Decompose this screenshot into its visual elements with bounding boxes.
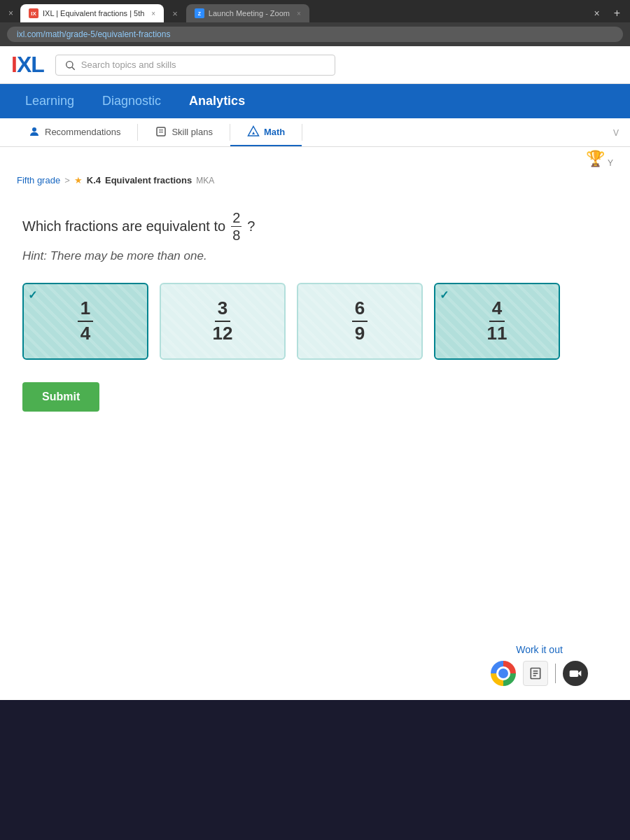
skill-plans-icon xyxy=(155,125,167,138)
camera-svg xyxy=(568,666,582,680)
check-mark-4: ✓ xyxy=(440,288,449,302)
trophy-row: 🏆 Y xyxy=(0,147,630,168)
answer-3-denominator: 9 xyxy=(352,322,368,346)
zoom-tab-close[interactable]: × xyxy=(297,10,301,18)
answer-card-4[interactable]: ✓ 4 11 xyxy=(434,283,560,360)
ixl-logo-xl: XL xyxy=(17,52,44,78)
answer-4-denominator: 11 xyxy=(484,322,510,346)
ixl-favicon: IX xyxy=(29,8,38,18)
sub-nav-math[interactable]: ▲ Math xyxy=(230,118,302,146)
answer-3-numerator: 6 xyxy=(352,297,368,322)
trophy-label: Y xyxy=(605,158,613,168)
work-icons-row xyxy=(491,661,588,686)
fraction-display-1: 1 4 xyxy=(78,297,93,346)
zoom-tab-label: Launch Meeting - Zoom xyxy=(209,9,290,18)
svg-rect-12 xyxy=(570,671,579,677)
browser-close-btn[interactable]: × xyxy=(4,7,18,20)
svg-point-0 xyxy=(66,61,72,67)
question-text: Which fractions are equivalent to 2 8 ? xyxy=(22,209,608,244)
work-it-out-section: Work it out xyxy=(491,644,588,686)
work-icons-divider xyxy=(555,664,556,683)
address-bar-row: ixl.com/math/grade-5/equivalent-fraction… xyxy=(0,22,630,46)
breadcrumb-grade[interactable]: Fifth grade xyxy=(17,175,60,186)
svg-rect-3 xyxy=(157,127,165,136)
notes-icon[interactable] xyxy=(523,661,548,686)
submit-button[interactable]: Submit xyxy=(22,382,99,412)
breadcrumb-star: ★ xyxy=(74,175,83,186)
fraction-display-3: 6 9 xyxy=(352,297,368,346)
breadcrumb-tag: MKA xyxy=(196,176,214,186)
tab-separator-x: × xyxy=(167,6,183,22)
question-text-before: Which fractions are equivalent to xyxy=(22,218,225,234)
breadcrumb-separator: > xyxy=(64,175,70,186)
svg-point-2 xyxy=(32,127,36,132)
answer-card-1[interactable]: ✓ 1 4 xyxy=(22,283,148,360)
work-it-out-label[interactable]: Work it out xyxy=(516,644,563,655)
fraction-display-4: 4 11 xyxy=(484,297,510,346)
question-fraction: 2 8 xyxy=(231,209,241,244)
hint-text: Hint: There may be more than one. xyxy=(22,249,608,263)
nav-tabs: Learning Diagnostic Analytics xyxy=(0,84,630,118)
svg-marker-13 xyxy=(578,671,581,676)
fraction-display-2: 3 12 xyxy=(210,297,236,346)
tab-bar: × IX IXL | Equivalent fractions | 5th × … xyxy=(0,0,630,22)
search-bar[interactable]: Search topics and skills xyxy=(55,55,335,76)
sub-nav-skill-plans[interactable]: Skill plans xyxy=(138,118,230,146)
chrome-icon[interactable] xyxy=(491,661,516,686)
breadcrumb: Fifth grade > ★ K.4 Equivalent fractions… xyxy=(0,168,630,192)
address-bar[interactable]: ixl.com/math/grade-5/equivalent-fraction… xyxy=(7,27,623,42)
svg-text:▲: ▲ xyxy=(251,130,256,135)
notes-svg xyxy=(528,666,542,680)
question-fraction-numerator: 2 xyxy=(231,209,241,227)
breadcrumb-skill-name: Equivalent fractions xyxy=(105,175,192,186)
sub-nav-recommendations[interactable]: Recommendations xyxy=(11,118,137,146)
camera-icon[interactable] xyxy=(563,661,588,686)
nav-tab-learning[interactable]: Learning xyxy=(11,84,88,118)
answer-card-2[interactable]: 3 12 xyxy=(160,283,286,360)
zoom-tab[interactable]: Z Launch Meeting - Zoom × xyxy=(186,4,309,22)
ixl-logo: IXL xyxy=(11,52,44,78)
address-text: ixl.com/math/grade-5/equivalent-fraction… xyxy=(17,29,170,39)
search-placeholder: Search topics and skills xyxy=(81,59,176,70)
new-tab-button[interactable]: + xyxy=(608,4,626,22)
trophy-icon: 🏆 xyxy=(586,150,605,168)
browser-chrome: × IX IXL | Equivalent fractions | 5th × … xyxy=(0,0,630,46)
ixl-logo-i: I xyxy=(11,52,17,78)
question-text-after: ? xyxy=(247,218,255,234)
sub-nav-more[interactable]: V xyxy=(613,128,619,138)
answer-card-3[interactable]: 6 9 xyxy=(297,283,423,360)
sub-nav-skill-plans-label: Skill plans xyxy=(172,127,213,137)
sub-nav-recommendations-label: Recommendations xyxy=(45,127,120,137)
search-icon xyxy=(64,59,76,71)
ixl-tab[interactable]: IX IXL | Equivalent fractions | 5th × xyxy=(20,4,164,22)
math-icon: ▲ xyxy=(247,125,260,138)
taskbar xyxy=(0,700,630,840)
answer-2-denominator: 12 xyxy=(210,322,236,346)
sub-nav-divider-3 xyxy=(302,124,302,141)
answer-1-numerator: 1 xyxy=(78,297,93,322)
answer-choices: ✓ 1 4 3 12 6 9 ✓ xyxy=(22,283,608,360)
question-area: Which fractions are equivalent to 2 8 ? … xyxy=(0,192,630,451)
ixl-tab-label: IXL | Equivalent fractions | 5th xyxy=(43,9,144,18)
ixl-tab-close[interactable]: × xyxy=(151,10,155,18)
check-mark-1: ✓ xyxy=(28,288,37,302)
answer-4-numerator: 4 xyxy=(489,297,505,322)
browser-x-button[interactable]: × xyxy=(588,5,605,22)
nav-tab-analytics[interactable]: Analytics xyxy=(175,84,259,118)
ixl-header: IXL Search topics and skills xyxy=(0,46,630,84)
answer-2-numerator: 3 xyxy=(215,297,230,322)
recommendations-icon xyxy=(28,125,41,138)
nav-tab-diagnostic[interactable]: Diagnostic xyxy=(88,84,175,118)
sub-nav: Recommendations Skill plans ▲ Math V xyxy=(0,118,630,147)
question-fraction-denominator: 8 xyxy=(231,227,241,244)
svg-line-1 xyxy=(72,67,75,70)
breadcrumb-skill-code: K.4 xyxy=(87,175,101,186)
zoom-favicon: Z xyxy=(195,8,204,18)
answer-1-denominator: 4 xyxy=(78,322,93,346)
sub-nav-math-label: Math xyxy=(264,127,285,137)
